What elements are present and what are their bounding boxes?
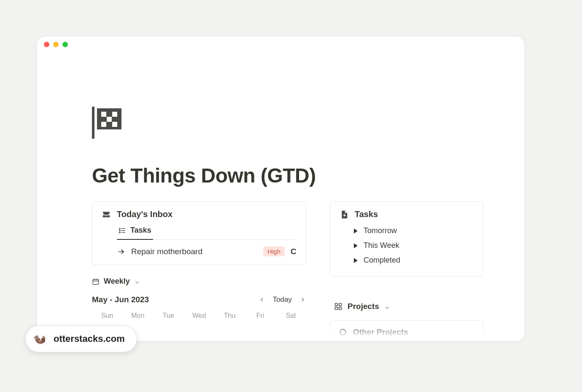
projects-view-selector[interactable]: Projects — [330, 302, 483, 311]
arrow-right-icon — [117, 247, 125, 256]
todays-inbox-header: Today's Inbox — [102, 209, 296, 219]
svg-point-7 — [119, 228, 120, 229]
tasks-card-title: Tasks — [355, 209, 378, 219]
tab-tasks-label: Tasks — [130, 226, 151, 235]
calendar-nav-row: May - Jun 2023 Today — [92, 295, 306, 304]
triangle-right-icon — [354, 243, 358, 248]
svg-point-23 — [340, 329, 345, 335]
tasks-item-label: Tomorrow — [364, 226, 397, 235]
svg-rect-5 — [101, 122, 106, 127]
inbox-icon — [102, 210, 111, 219]
svg-rect-6 — [112, 122, 117, 127]
task-name: Repair motherboard — [131, 247, 257, 256]
calendar-next-button[interactable] — [299, 296, 306, 303]
day-sat: Sat — [275, 312, 306, 320]
day-fri: Fri — [245, 312, 276, 320]
calendar-icon — [92, 278, 100, 285]
board-icon — [334, 302, 342, 311]
other-projects-label: Other Projects — [353, 328, 408, 337]
svg-rect-4 — [107, 117, 112, 122]
tasks-list: Tomorrow This Week Completed — [340, 223, 474, 268]
svg-rect-18 — [344, 214, 345, 216]
projects-header-label: Projects — [348, 302, 379, 311]
chevron-down-icon — [134, 279, 140, 285]
svg-rect-2 — [101, 112, 106, 117]
tab-tasks[interactable]: Tasks — [117, 223, 153, 240]
tasks-item-label: Completed — [364, 256, 400, 265]
day-sun: Sun — [92, 312, 123, 320]
svg-rect-13 — [93, 279, 99, 284]
day-tue: Tue — [153, 312, 184, 320]
tasks-item-tomorrow[interactable]: Tomorrow — [340, 223, 474, 238]
left-column: Today's Inbox — [92, 201, 306, 320]
inbox-tabs: Tasks — [117, 223, 296, 240]
svg-rect-20 — [339, 303, 342, 306]
other-projects-card[interactable]: Other Projects — [330, 320, 483, 341]
window-minimize-button[interactable] — [53, 42, 59, 47]
tasks-item-completed[interactable]: Completed — [340, 253, 474, 268]
window-zoom-button[interactable] — [62, 42, 68, 47]
right-column: Tasks Tomorrow This Week C — [330, 201, 483, 341]
svg-rect-19 — [335, 303, 338, 306]
app-window: Get Things Down (GTD) Today's Inbox — [37, 37, 524, 341]
tasks-item-label: This Week — [364, 241, 399, 250]
todays-inbox-card: Today's Inbox — [92, 201, 306, 265]
day-mon: Mon — [123, 312, 154, 320]
page-plus-icon — [340, 210, 349, 219]
svg-rect-3 — [112, 112, 117, 117]
calendar-day-headers: Sun Mon Tue Wed Thu Fri Sat — [92, 312, 306, 320]
brand-pill[interactable]: 🦦 otterstacks.com — [25, 325, 137, 352]
task-row[interactable]: Repair motherboard High C — [117, 247, 296, 256]
list-icon — [119, 227, 126, 234]
circle-icon — [339, 328, 347, 336]
todays-inbox-title: Today's Inbox — [117, 209, 172, 219]
tasks-card-header: Tasks — [340, 209, 474, 219]
page-content: Get Things Down (GTD) Today's Inbox — [37, 52, 524, 341]
otter-icon: 🦦 — [32, 332, 47, 346]
day-thu: Thu — [214, 312, 245, 320]
calendar-range-label: May - Jun 2023 — [92, 295, 149, 304]
triangle-right-icon — [354, 228, 358, 234]
window-titlebar — [37, 37, 524, 52]
svg-rect-0 — [92, 107, 94, 139]
svg-point-9 — [119, 232, 120, 233]
brand-label: otterstacks.com — [54, 333, 125, 344]
calendar-view-label: Weekly — [104, 277, 130, 286]
day-wed: Wed — [184, 312, 215, 320]
chevron-down-icon — [384, 303, 390, 309]
tasks-item-this-week[interactable]: This Week — [340, 238, 474, 253]
svg-rect-21 — [335, 307, 338, 310]
calendar-today-button[interactable]: Today — [273, 295, 292, 304]
window-close-button[interactable] — [44, 42, 49, 47]
calendar-prev-button[interactable] — [259, 296, 265, 303]
page-flag-icon — [92, 107, 121, 139]
svg-rect-22 — [339, 307, 342, 310]
svg-point-8 — [119, 230, 120, 231]
calendar-view-selector[interactable]: Weekly — [92, 277, 306, 286]
priority-badge: High — [263, 247, 285, 256]
task-trailing-glyph: C — [291, 247, 296, 256]
page-title: Get Things Down (GTD) — [92, 164, 490, 187]
triangle-right-icon — [354, 258, 358, 263]
tasks-card: Tasks Tomorrow This Week C — [330, 201, 483, 277]
